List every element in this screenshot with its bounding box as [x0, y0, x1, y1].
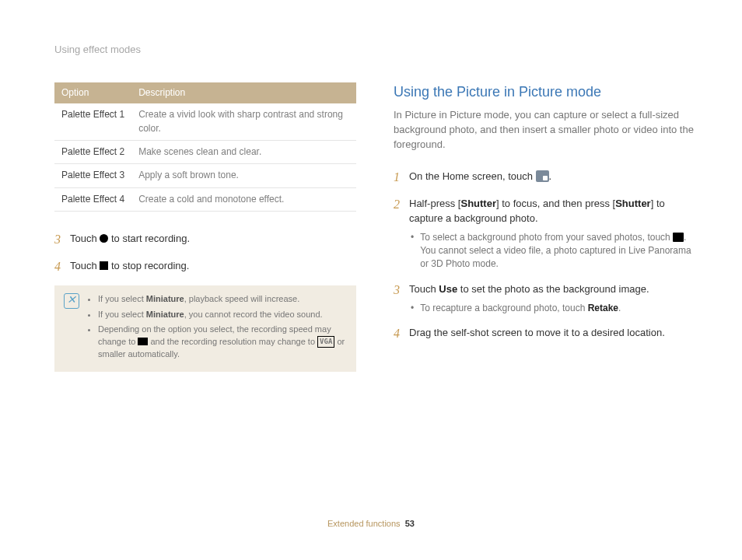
record-icon — [100, 234, 108, 243]
table-row: Palette Effect 1 Create a vivid look wit… — [54, 103, 356, 140]
text: to set the photo as the background image… — [457, 283, 649, 295]
text: to start recording. — [108, 233, 190, 244]
cell-desc: Make scenes clean and clear. — [131, 141, 356, 164]
text: to stop recording. — [108, 260, 189, 271]
text-bold: Retake — [588, 303, 618, 313]
step-4: 4 Touch to stop recording. — [54, 257, 356, 275]
text: If you select — [98, 310, 146, 319]
note-list: If you select Miniature, playback speed … — [87, 293, 347, 365]
step-body: Half-press [Shutter] to focus, and then … — [409, 195, 695, 271]
cell-desc: Create a cold and monotone effect. — [131, 187, 356, 211]
step-number: 3 — [394, 281, 403, 315]
page-number: 53 — [405, 519, 415, 528]
step-3: 3 Touch to start recording. — [54, 230, 356, 248]
th-option: Option — [54, 82, 131, 103]
text: ] to focus, and then press [ — [496, 198, 615, 209]
text: If you select — [98, 294, 146, 303]
text: Touch — [70, 260, 100, 271]
step-body: On the Home screen, touch . — [409, 168, 695, 186]
note-item: If you select Miniature, playback speed … — [98, 293, 347, 306]
cell-desc: Create a vivid look with sharp contrast … — [131, 103, 356, 140]
table-row: Palette Effect 2 Make scenes clean and c… — [54, 141, 356, 164]
footer-section: Extended functions — [327, 519, 401, 528]
vga-icon: VGA — [317, 336, 334, 348]
gallery-icon — [673, 233, 684, 242]
cell-desc: Apply a soft brown tone. — [131, 164, 356, 187]
table-row: Palette Effect 4 Create a cold and monot… — [54, 187, 356, 211]
th-description: Description — [131, 82, 356, 103]
right-column: Using the Picture in Picture mode In Pic… — [394, 43, 695, 372]
text: Half-press [ — [409, 198, 460, 209]
text: , you cannot record the video sound. — [184, 310, 323, 319]
text: Touch — [70, 233, 100, 244]
section-title: Using the Picture in Picture mode — [394, 82, 695, 102]
note-item: Depending on the option you select, the … — [98, 324, 347, 361]
palette-effect-table: Option Description Palette Effect 1 Crea… — [54, 82, 356, 212]
text-bold: Miniature — [146, 294, 184, 303]
step-2: 2 Half-press [Shutter] to focus, and the… — [394, 195, 695, 271]
sub-bullet: To recapture a background photo, touch R… — [409, 302, 695, 315]
step-number: 4 — [394, 324, 403, 342]
step-number: 2 — [394, 195, 403, 271]
text: To select a background photo from your s… — [420, 232, 673, 243]
text-bold: Miniature — [146, 310, 184, 319]
cell-option: Palette Effect 4 — [54, 187, 131, 211]
pip-mode-icon — [536, 170, 549, 182]
text: and the recording resolution may change … — [148, 337, 317, 346]
left-column: Using effect modes Option Description Pa… — [54, 43, 356, 372]
text-bold: Use — [439, 283, 457, 295]
step-number: 1 — [394, 168, 403, 186]
step-body: Touch to start recording. — [70, 230, 356, 248]
note-box: ✕ If you select Miniature, playback spee… — [54, 285, 356, 373]
step-4-right: 4 Drag the self-shot screen to move it t… — [394, 324, 695, 342]
table-row: Palette Effect 3 Apply a soft brown tone… — [54, 164, 356, 187]
cell-option: Palette Effect 3 — [54, 164, 131, 187]
text: To recapture a background photo, touch — [420, 303, 587, 313]
stop-icon — [100, 261, 108, 270]
text: On the Home screen, touch — [409, 170, 536, 182]
step-body: Touch Use to set the photo as the backgr… — [409, 281, 695, 315]
sub-bullet: To select a background photo from your s… — [409, 231, 695, 271]
page-content: Using effect modes Option Description Pa… — [0, 0, 742, 372]
step-number: 3 — [54, 230, 64, 248]
text-bold: Shutter — [460, 198, 496, 209]
text-bold: Shutter — [615, 198, 651, 209]
step-1: 1 On the Home screen, touch . — [394, 168, 695, 186]
text: Touch — [409, 283, 439, 295]
speed-icon — [138, 338, 148, 345]
step-body: Drag the self-shot screen to move it to … — [409, 324, 695, 342]
text: . — [549, 170, 552, 182]
note-item: If you select Miniature, you cannot reco… — [98, 309, 347, 321]
note-icon: ✕ — [64, 293, 79, 309]
cell-option: Palette Effect 1 — [54, 103, 131, 140]
step-3-right: 3 Touch Use to set the photo as the back… — [394, 281, 695, 315]
step-number: 4 — [54, 257, 64, 275]
text: , playback speed will increase. — [184, 294, 300, 303]
text: . — [618, 303, 621, 313]
section-intro: In Picture in Picture mode, you can capt… — [394, 108, 695, 152]
page-footer: Extended functions 53 — [0, 518, 742, 530]
page-header: Using effect modes — [54, 43, 356, 58]
step-body: Touch to stop recording. — [70, 257, 356, 275]
cell-option: Palette Effect 2 — [54, 141, 131, 164]
